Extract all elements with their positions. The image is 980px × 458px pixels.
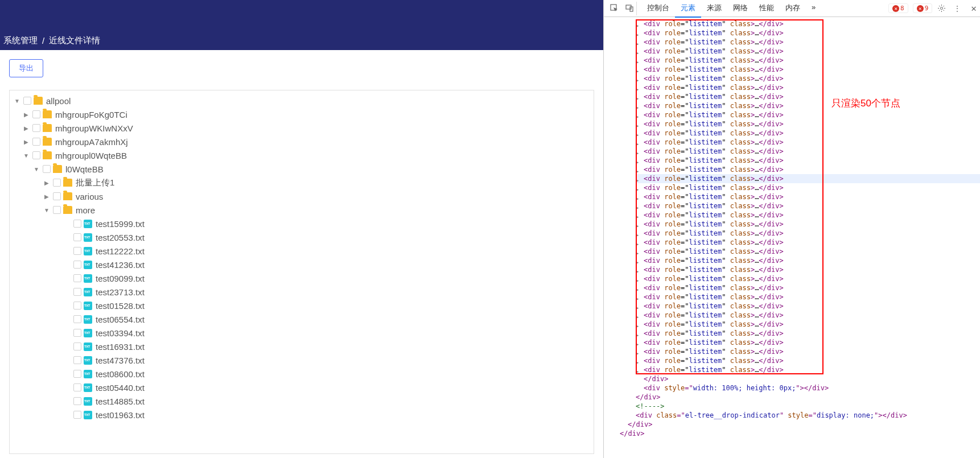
tree-node-file[interactable]: test06554.txt bbox=[10, 312, 594, 326]
dom-listitem-line[interactable]: ▶<div role="listitem" class>…</div> bbox=[636, 47, 980, 56]
checkbox[interactable] bbox=[53, 179, 61, 187]
checkbox[interactable] bbox=[32, 151, 40, 159]
caret-down-icon[interactable]: ▼ bbox=[13, 98, 21, 104]
checkbox[interactable] bbox=[32, 110, 40, 118]
tab-elements[interactable]: 元素 bbox=[675, 0, 701, 18]
checkbox[interactable] bbox=[43, 165, 51, 173]
dom-listitem-line[interactable]: ▶<div role="listitem" class>…</div> bbox=[636, 311, 980, 320]
checkbox[interactable] bbox=[73, 356, 81, 364]
tree-node-file[interactable]: test08600.txt bbox=[10, 367, 594, 381]
dom-listitem-line[interactable]: ▶<div role="listitem" class>…</div> bbox=[636, 192, 980, 201]
inspect-icon[interactable] bbox=[607, 2, 621, 15]
dom-listitem-line[interactable]: ▶<div role="listitem" class>…</div> bbox=[636, 347, 980, 356]
dom-line[interactable]: </div> bbox=[620, 429, 980, 438]
warning-badge[interactable]: ✕9 bbox=[913, 3, 933, 13]
tab-memory[interactable]: 内存 bbox=[780, 0, 806, 18]
dom-listitem-line[interactable]: ▶<div role="listitem" class>…</div> bbox=[636, 265, 980, 274]
elements-tree[interactable]: ▶<div role="listitem" class>…</div>▶<div… bbox=[604, 17, 980, 458]
tree-node-folder[interactable]: ▶mhgroupA7akmhXj bbox=[10, 135, 594, 148]
dom-line[interactable]: <div class="el-tree__drop-indicator" sty… bbox=[636, 411, 980, 420]
tree-node-file[interactable]: test05440.txt bbox=[10, 381, 594, 394]
checkbox[interactable] bbox=[73, 274, 81, 282]
file-tree[interactable]: ▼ allpool ▶mhgroupFoKg0TCi▶mhgroupWKIwNX… bbox=[9, 90, 594, 454]
dom-listitem-line[interactable]: ▶<div role="listitem" class>…</div> bbox=[636, 256, 980, 265]
tree-node-file[interactable]: test09099.txt bbox=[10, 271, 594, 285]
device-toggle-icon[interactable] bbox=[623, 2, 637, 15]
dom-listitem-line[interactable]: ▶<div role="listitem" class>…</div> bbox=[636, 74, 980, 83]
caret-right-icon[interactable]: ▶ bbox=[22, 112, 30, 118]
tree-node-folder[interactable]: ▶mhgroupFoKg0TCi bbox=[10, 108, 594, 121]
checkbox[interactable] bbox=[73, 233, 81, 241]
dom-line[interactable]: </div> bbox=[636, 393, 980, 402]
dom-listitem-line[interactable]: ▶<div role="listitem" class>…</div> bbox=[636, 201, 980, 211]
caret-right-icon[interactable]: ▶ bbox=[22, 139, 30, 145]
dom-listitem-line[interactable]: ▶<div role="listitem" class>…</div> bbox=[636, 156, 980, 165]
dom-listitem-line[interactable]: ▶<div role="listitem" class>…</div> bbox=[636, 356, 980, 365]
kebab-icon[interactable]: ⋮ bbox=[950, 2, 964, 15]
dom-listitem-line[interactable]: ▶<div role="listitem" class>…</div> bbox=[636, 247, 980, 256]
dom-listitem-line[interactable]: ▶<div role="listitem" class>…</div> bbox=[636, 92, 980, 101]
tree-node-file[interactable]: test01528.txt bbox=[10, 299, 594, 312]
checkbox[interactable] bbox=[73, 397, 81, 405]
checkbox[interactable] bbox=[73, 370, 81, 378]
tree-node-folder[interactable]: ▼mhgroupl0WqteBB bbox=[10, 148, 594, 162]
checkbox[interactable] bbox=[32, 138, 40, 146]
gear-icon[interactable] bbox=[934, 2, 948, 15]
dom-listitem-line[interactable]: ▶<div role="listitem" class>…</div> bbox=[636, 138, 980, 147]
dom-listitem-line[interactable]: ▶<div role="listitem" class>…</div> bbox=[636, 238, 980, 247]
tree-node-file[interactable]: test03394.txt bbox=[10, 326, 594, 340]
dom-listitem-line[interactable]: ▶<div role="listitem" class>…</div> bbox=[636, 147, 980, 156]
checkbox[interactable] bbox=[73, 261, 81, 269]
tree-node-folder[interactable]: ▼l0WqteBB bbox=[10, 162, 594, 176]
tree-node-file[interactable]: test12222.txt bbox=[10, 244, 594, 258]
dom-listitem-line[interactable]: ▶<div role="listitem" class>…</div> bbox=[636, 220, 980, 229]
dom-listitem-line[interactable]: ▶<div role="listitem" class>…</div> bbox=[636, 101, 980, 110]
caret-right-icon[interactable]: ▶ bbox=[43, 180, 51, 186]
dom-listitem-line[interactable]: ▶<div role="listitem" class>…</div> bbox=[636, 183, 980, 192]
tree-node-file[interactable]: test20553.txt bbox=[10, 230, 594, 244]
checkbox[interactable] bbox=[73, 220, 81, 228]
tab-performance[interactable]: 性能 bbox=[753, 0, 780, 18]
dom-listitem-line[interactable]: ▶<div role="listitem" class>…</div> bbox=[636, 274, 980, 283]
checkbox[interactable] bbox=[73, 247, 81, 255]
checkbox[interactable] bbox=[53, 206, 61, 214]
dom-listitem-line[interactable]: ▶<div role="listitem" class>…</div> bbox=[636, 211, 980, 220]
checkbox[interactable] bbox=[73, 288, 81, 296]
error-badge[interactable]: ✕8 bbox=[888, 3, 908, 13]
checkbox[interactable] bbox=[73, 343, 81, 350]
export-button[interactable]: 导出 bbox=[9, 59, 43, 77]
tree-node-file[interactable]: test01963.txt bbox=[10, 408, 594, 422]
dom-listitem-line[interactable]: ▶<div role="listitem" class>…</div> bbox=[636, 283, 980, 292]
dom-listitem-line[interactable]: ▶<div role="listitem" class>…</div> bbox=[636, 329, 980, 338]
breadcrumb-root[interactable]: 系统管理 bbox=[3, 35, 38, 46]
dom-listitem-line[interactable]: ▶<div role="listitem" class>…</div> bbox=[636, 365, 980, 374]
tree-node-file[interactable]: test41236.txt bbox=[10, 258, 594, 271]
dom-listitem-line[interactable]: ▶<div role="listitem" class>…</div> bbox=[636, 65, 980, 74]
caret-right-icon[interactable]: ▶ bbox=[43, 193, 51, 200]
checkbox[interactable] bbox=[73, 411, 81, 419]
dom-line[interactable]: </div> bbox=[628, 420, 980, 429]
tab-network[interactable]: 网络 bbox=[727, 0, 753, 18]
tree-node-root[interactable]: ▼ allpool bbox=[10, 94, 594, 108]
checkbox[interactable] bbox=[53, 192, 61, 200]
checkbox[interactable] bbox=[73, 315, 81, 323]
close-icon[interactable]: ✕ bbox=[971, 3, 977, 14]
dom-listitem-line[interactable]: ▶<div role="listitem" class>…</div> bbox=[636, 56, 980, 65]
tree-node-file[interactable]: test23713.txt bbox=[10, 285, 594, 299]
dom-listitem-line[interactable]: ▶<div role="listitem" class>…</div> bbox=[636, 229, 980, 238]
dom-listitem-line[interactable]: ▶<div role="listitem" class>…</div> bbox=[636, 28, 980, 38]
dom-listitem-line[interactable]: ▶<div role="listitem" class>…</div> bbox=[636, 338, 980, 347]
dom-line[interactable]: <div style="width: 100%; height: 0px;"><… bbox=[636, 383, 980, 393]
dom-listitem-line[interactable]: ▶<div role="listitem" class>…</div> bbox=[636, 174, 980, 183]
checkbox[interactable] bbox=[73, 302, 81, 310]
caret-down-icon[interactable]: ▼ bbox=[22, 152, 30, 159]
caret-down-icon[interactable]: ▼ bbox=[32, 166, 40, 172]
dom-listitem-line[interactable]: ▶<div role="listitem" class>…</div> bbox=[636, 110, 980, 119]
checkbox[interactable] bbox=[73, 383, 81, 391]
caret-right-icon[interactable]: ▶ bbox=[22, 125, 30, 131]
dom-listitem-line[interactable]: ▶<div role="listitem" class>…</div> bbox=[636, 320, 980, 329]
tree-node-file[interactable]: test47376.txt bbox=[10, 353, 594, 367]
checkbox[interactable] bbox=[23, 97, 31, 105]
checkbox[interactable] bbox=[73, 329, 81, 337]
dom-listitem-line[interactable]: ▶<div role="listitem" class>…</div> bbox=[636, 38, 980, 47]
